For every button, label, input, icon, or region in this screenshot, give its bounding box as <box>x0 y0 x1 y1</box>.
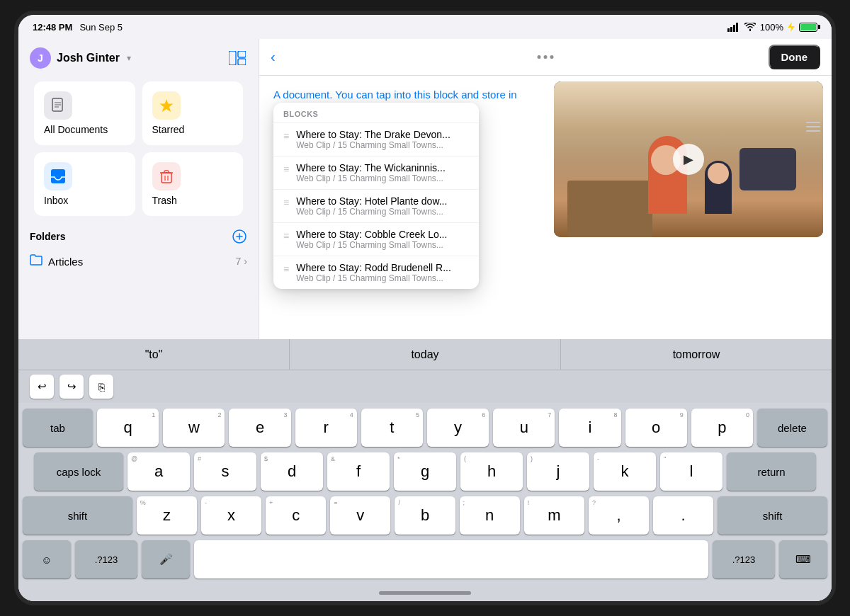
key-h[interactable]: (h <box>460 452 523 491</box>
shift-left-label: shift <box>68 510 88 522</box>
play-button[interactable]: ▶ <box>673 144 704 175</box>
svg-rect-13 <box>51 169 65 183</box>
key-comma[interactable]: ?, <box>589 496 649 535</box>
key-g[interactable]: *g <box>394 452 456 491</box>
key-i[interactable]: 8i <box>559 409 620 447</box>
key-a[interactable]: @a <box>128 452 190 491</box>
key-l[interactable]: "l <box>660 452 722 491</box>
key-u[interactable]: 7u <box>493 409 555 447</box>
undo-button[interactable]: ↩ <box>30 375 54 399</box>
svg-rect-7 <box>238 59 246 65</box>
back-button[interactable]: ‹ <box>271 49 276 65</box>
key-r[interactable]: 4r <box>295 409 357 447</box>
block-subtitle-3: Web Clip / 15 Charming Small Towns... <box>296 240 469 250</box>
key-k[interactable]: -k <box>594 452 656 491</box>
key-o[interactable]: 9o <box>625 409 687 447</box>
block-item-3[interactable]: ≡ Where to Stay: Cobble Creek Lo... Web … <box>273 222 479 256</box>
key-z[interactable]: %z <box>137 496 197 535</box>
inbox-label: Inbox <box>44 195 125 206</box>
key-e[interactable]: 3e <box>229 409 290 447</box>
status-date: Sun Sep 5 <box>79 22 123 33</box>
add-folder-button[interactable] <box>232 229 247 244</box>
suggestion-today[interactable]: today <box>290 339 561 370</box>
chevron-down-icon: ▾ <box>127 53 131 63</box>
key-period[interactable]: . <box>653 496 713 535</box>
key-tab[interactable]: tab <box>23 409 93 447</box>
drag-icon-0: ≡ <box>283 130 289 142</box>
svg-rect-0 <box>727 28 730 32</box>
blocks-dropdown: BLOCKS ≡ Where to Stay: The Drake Devon.… <box>273 103 479 289</box>
dot123-left-label: .?123 <box>95 554 118 565</box>
key-c[interactable]: +c <box>266 496 326 535</box>
key-return[interactable]: return <box>727 452 816 491</box>
nav-item-inbox[interactable]: Inbox <box>34 152 135 216</box>
block-item-1[interactable]: ≡ Where to Stay: The Wickaninnis... Web … <box>273 156 479 189</box>
key-f[interactable]: &f <box>327 452 390 491</box>
emoji-label: ☺ <box>41 554 52 566</box>
key-t[interactable]: 5t <box>361 409 423 447</box>
delete-label: delete <box>778 422 807 434</box>
key-b[interactable]: /b <box>395 496 455 535</box>
key-d[interactable]: $d <box>261 452 323 491</box>
nav-grid: All Documents Starred <box>23 74 254 223</box>
folder-right: 7 › <box>236 256 247 267</box>
sidebar-header: J Josh Ginter ▾ <box>18 39 259 74</box>
user-section[interactable]: J Josh Ginter ▾ <box>30 47 131 69</box>
key-y[interactable]: 6y <box>427 409 489 447</box>
key-dot123-right[interactable]: .?123 <box>713 540 775 578</box>
svg-rect-5 <box>229 51 236 65</box>
key-w[interactable]: 2w <box>163 409 225 447</box>
key-s[interactable]: #s <box>194 452 256 491</box>
key-q[interactable]: 1q <box>97 409 159 447</box>
suggestion-to[interactable]: "to" <box>18 339 290 370</box>
layout-toggle-button[interactable] <box>227 48 247 68</box>
block-item-0[interactable]: ≡ Where to Stay: The Drake Devon... Web … <box>273 122 479 156</box>
key-space[interactable] <box>194 540 708 578</box>
folder-item-articles[interactable]: Articles 7 › <box>30 250 247 273</box>
redo-button[interactable]: ↪ <box>60 375 84 399</box>
tab-label: tab <box>50 422 65 434</box>
key-row-4: ☺ .?123 🎤 .?123 ⌨ <box>23 540 827 578</box>
key-p[interactable]: 0p <box>691 409 753 447</box>
key-dot123-left[interactable]: .?123 <box>75 540 137 578</box>
three-dots-menu[interactable] <box>538 55 554 59</box>
svg-marker-12 <box>159 99 173 112</box>
key-shift-right[interactable]: shift <box>718 496 827 535</box>
block-item-2[interactable]: ≡ Where to Stay: Hotel Plante dow... Web… <box>273 189 479 222</box>
menu-icon-right <box>806 122 820 132</box>
suggestion-tomorrow[interactable]: tomorrow <box>561 339 832 370</box>
paste-button[interactable]: ⎘ <box>89 375 113 399</box>
toolbar-left: ‹ <box>271 49 276 65</box>
suggestion-to-text: "to" <box>145 348 163 361</box>
blocks-dropdown-header: BLOCKS <box>273 103 479 122</box>
key-shift-left[interactable]: shift <box>23 496 132 535</box>
done-button[interactable]: Done <box>769 45 821 69</box>
drag-icon-4: ≡ <box>283 263 289 275</box>
block-item-4[interactable]: ≡ Where to Stay: Rodd Brudenell R... Web… <box>273 256 479 289</box>
key-v[interactable]: =v <box>330 496 390 535</box>
key-x[interactable]: -x <box>201 496 261 535</box>
sidebar: J Josh Ginter ▾ <box>18 39 259 339</box>
key-m[interactable]: !m <box>524 496 584 535</box>
dot-1 <box>538 55 541 59</box>
svg-marker-4 <box>788 22 795 32</box>
folders-section: Folders <box>18 223 259 273</box>
battery-icon <box>799 23 817 32</box>
block-title-1: Where to Stay: The Wickaninnis... <box>296 162 469 173</box>
nav-item-starred[interactable]: Starred <box>142 81 244 145</box>
nav-item-trash[interactable]: Trash <box>142 152 244 216</box>
block-subtitle-2: Web Clip / 15 Charming Small Towns... <box>296 207 469 217</box>
key-delete[interactable]: delete <box>757 409 827 447</box>
key-j[interactable]: )j <box>527 452 589 491</box>
key-keyboard-dismiss[interactable]: ⌨ <box>779 540 827 578</box>
svg-rect-3 <box>736 23 738 32</box>
all-documents-label: All Documents <box>44 124 125 135</box>
key-microphone[interactable]: 🎤 <box>142 540 190 578</box>
drag-icon-2: ≡ <box>283 197 289 208</box>
dot-3 <box>550 55 554 59</box>
key-n[interactable]: ;n <box>460 496 520 535</box>
key-emoji[interactable]: ☺ <box>23 540 71 578</box>
keyboard-label: ⌨ <box>795 553 811 566</box>
key-caps-lock[interactable]: caps lock <box>34 452 123 491</box>
nav-item-all-documents[interactable]: All Documents <box>34 81 135 145</box>
